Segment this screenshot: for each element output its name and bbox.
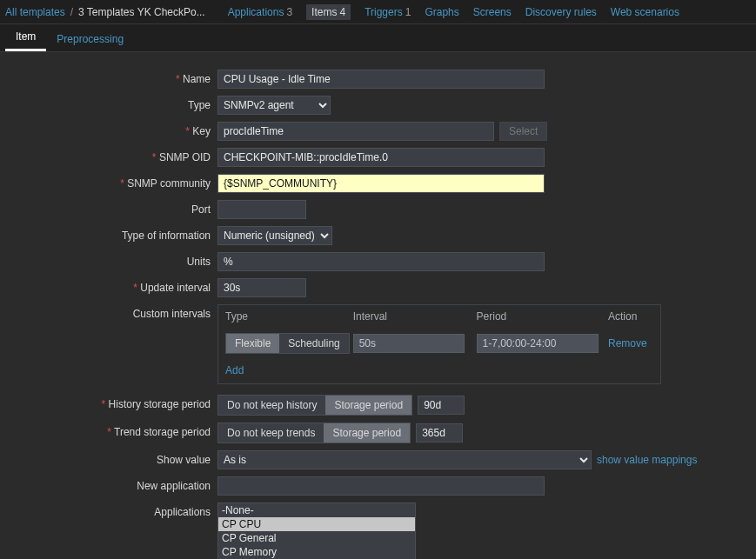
label-trend-period: Trend storage period: [0, 423, 217, 438]
history-do-not-keep[interactable]: Do not keep history: [218, 396, 325, 415]
label-history-period: History storage period: [0, 395, 217, 410]
app-option-none[interactable]: -None-: [218, 503, 415, 517]
snmp-oid-input[interactable]: [217, 148, 545, 167]
app-option-cpu[interactable]: CP CPU: [218, 517, 415, 531]
nav-triggers[interactable]: Triggers1: [365, 6, 411, 18]
label-name: Name: [0, 70, 217, 85]
new-application-input[interactable]: [217, 476, 545, 496]
breadcrumb-sep: /: [69, 6, 75, 18]
nav-web[interactable]: Web scenarios: [611, 6, 679, 18]
nav-discovery[interactable]: Discovery rules: [525, 6, 597, 18]
tab-item[interactable]: Item: [5, 23, 46, 51]
ci-col-type: Type: [225, 310, 353, 323]
ci-mode-scheduling[interactable]: Scheduling: [279, 334, 348, 353]
breadcrumb-root[interactable]: All templates: [5, 6, 65, 18]
ci-row: Flexible Scheduling Remove: [218, 328, 660, 361]
trend-storage-period[interactable]: Storage period: [324, 423, 410, 443]
label-port: Port: [0, 200, 217, 216]
trend-do-not-keep[interactable]: Do not keep trends: [218, 423, 324, 443]
label-key: Key: [0, 122, 217, 137]
tab-preprocessing[interactable]: Preprocessing: [46, 26, 134, 51]
port-input[interactable]: [217, 200, 306, 219]
ci-col-action: Action: [608, 310, 653, 323]
update-interval-input[interactable]: [217, 278, 306, 297]
item-form: Name Type SNMPv2 agent Key Select SNMP O…: [0, 52, 756, 559]
label-applications: Applications: [0, 502, 217, 518]
history-storage-period[interactable]: Storage period: [325, 396, 411, 415]
show-value-select[interactable]: As is: [217, 450, 592, 469]
label-custom-intervals: Custom intervals: [0, 304, 217, 320]
nav-graphs[interactable]: Graphs: [425, 6, 458, 18]
label-snmp-oid: SNMP OID: [0, 148, 217, 163]
label-type: Type: [0, 96, 217, 111]
label-units: Units: [0, 252, 217, 268]
custom-intervals-table: Type Interval Period Action Flexible Sch…: [217, 304, 661, 384]
template-nav: Applications3 Items4 Triggers1 Graphs Sc…: [228, 4, 679, 20]
nav-applications[interactable]: Applications3: [228, 6, 292, 18]
ci-remove-link[interactable]: Remove: [608, 337, 647, 349]
ci-col-period: Period: [477, 310, 608, 323]
label-type-of-information: Type of information: [0, 226, 217, 242]
show-value-mappings-link[interactable]: show value mappings: [597, 454, 697, 466]
ci-mode-flexible[interactable]: Flexible: [226, 334, 279, 353]
ci-interval-input[interactable]: [353, 334, 465, 353]
type-of-information-select[interactable]: Numeric (unsigned): [217, 226, 332, 245]
name-input[interactable]: [217, 70, 545, 89]
snmp-community-input[interactable]: [217, 174, 545, 193]
trend-value-input[interactable]: [416, 423, 463, 443]
top-bar: All templates / 3 Templates YK CheckPo..…: [0, 0, 756, 24]
applications-listbox[interactable]: -None- CP CPU CP General CP Memory: [217, 502, 416, 559]
label-snmp-community: SNMP community: [0, 174, 217, 190]
label-new-application: New application: [0, 476, 217, 492]
key-select-button: Select: [499, 122, 547, 141]
ci-period-input[interactable]: [477, 334, 599, 353]
nav-screens[interactable]: Screens: [473, 6, 512, 18]
tabs: Item Preprocessing: [0, 24, 756, 52]
label-update-interval: Update interval: [0, 278, 217, 294]
key-input[interactable]: [217, 122, 494, 141]
ci-add-link[interactable]: Add: [218, 361, 251, 383]
type-select[interactable]: SNMPv2 agent: [217, 96, 331, 115]
units-input[interactable]: [217, 252, 545, 271]
ci-col-interval: Interval: [353, 310, 477, 323]
history-value-input[interactable]: [418, 396, 465, 415]
app-option-general[interactable]: CP General: [218, 531, 415, 545]
nav-items[interactable]: Items4: [306, 4, 351, 20]
label-show-value: Show value: [0, 450, 217, 466]
app-option-memory[interactable]: CP Memory: [218, 545, 415, 559]
breadcrumb-current: 3 Templates YK CheckPo...: [78, 6, 205, 18]
